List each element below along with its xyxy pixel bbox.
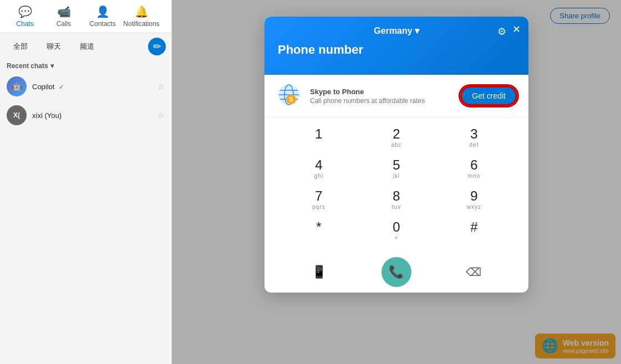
dial-key-8[interactable]: 8 tuv (359, 185, 434, 214)
phone-number-modal: Germany ▾ ⚙ ✕ Phone number S (264, 17, 528, 293)
filter-all[interactable]: 全部 (6, 39, 35, 54)
close-button[interactable]: ✕ (512, 24, 521, 34)
modal-overlay[interactable]: Germany ▾ ⚙ ✕ Phone number S (172, 0, 621, 364)
filter-tabs: 全部 聊天 频道 ✏ (0, 33, 171, 60)
dial-key-7[interactable]: 7 pqrs (281, 185, 357, 214)
country-selector[interactable]: Germany ▾ (374, 25, 419, 36)
get-credit-button[interactable]: Get credit (460, 86, 517, 106)
audio-source-button[interactable]: 📱 (306, 258, 333, 286)
verified-badge-copilot: ✓ (59, 83, 64, 91)
dial-key-5[interactable]: 5 jkl (359, 154, 434, 183)
recent-chats-label: Recent chats (7, 62, 48, 70)
calls-icon: 📹 (57, 5, 71, 18)
modal-title: Phone number (276, 43, 517, 57)
pin-icon-copilot: ☆ (157, 82, 165, 91)
nav-notifications[interactable]: 🔔 Notifications (122, 1, 161, 32)
phone-icon: 📞 (389, 265, 404, 279)
chat-name-xixi: xixi (You) (32, 111, 62, 120)
filter-chat[interactable]: 聊天 (39, 39, 69, 54)
dial-pad: 1 2 abc 3 def 4 ghi (264, 117, 528, 253)
modal-header: Germany ▾ ⚙ ✕ Phone number (264, 17, 528, 75)
compose-button[interactable]: ✏ (148, 38, 166, 55)
contacts-icon: 👤 (96, 5, 110, 18)
dial-key-4[interactable]: 4 ghi (281, 154, 357, 183)
avatar-copilot: 🤖 (7, 76, 27, 96)
dial-grid: 1 2 abc 3 def 4 ghi (281, 123, 512, 245)
dial-bottom: 📱 📞 ⌫ (264, 253, 528, 293)
dial-key-3[interactable]: 3 def (436, 123, 512, 152)
dial-key-hash[interactable]: # (436, 216, 512, 245)
dial-key-star[interactable]: * (281, 216, 357, 245)
dial-key-6[interactable]: 6 mno (436, 154, 512, 183)
recent-chats-section[interactable]: Recent chats ▾ (0, 60, 171, 72)
skype-globe-icon: S (276, 83, 302, 109)
nav-calls[interactable]: 📹 Calls (44, 1, 83, 32)
skype-to-phone-desc: Call phone numbers at affordable rates (310, 97, 452, 105)
chevron-down-icon: ▾ (415, 25, 419, 36)
dial-key-9[interactable]: 9 wxyz (436, 185, 512, 214)
compose-icon: ✏ (153, 40, 161, 53)
dial-key-0[interactable]: 0 + (359, 216, 434, 245)
chat-item-xixi[interactable]: X( xixi (You) ☆ (0, 101, 171, 130)
pin-icon-xixi: ☆ (157, 111, 165, 120)
nav-chats-label: Chats (16, 20, 33, 28)
settings-button[interactable]: ⚙ (497, 25, 506, 38)
call-button[interactable]: 📞 (381, 257, 411, 287)
chat-item-copilot[interactable]: 🤖 Copilot ✓ ☆ (0, 72, 171, 101)
country-label: Germany (374, 26, 412, 36)
svg-text:S: S (289, 96, 293, 102)
audio-source-icon: 📱 (312, 265, 327, 279)
chats-icon: 💬 (18, 5, 32, 18)
nav-notifications-label: Notifications (123, 20, 159, 28)
nav-contacts[interactable]: 👤 Contacts (83, 1, 122, 32)
nav-calls-label: Calls (57, 20, 72, 28)
avatar-xixi: X( (7, 105, 27, 125)
skype-to-phone-title: Skype to Phone (310, 88, 452, 96)
delete-button[interactable]: ⌫ (460, 258, 487, 286)
dial-key-1[interactable]: 1 (281, 123, 357, 152)
skype-to-phone-row: S Skype to Phone Call phone numbers at a… (264, 75, 528, 117)
notifications-icon: 🔔 (135, 5, 149, 18)
nav-chats[interactable]: 💬 Chats (6, 1, 44, 32)
chat-name-copilot: Copilot ✓ (32, 81, 64, 91)
sidebar: 💬 Chats 📹 Calls 👤 Contacts 🔔 Notificatio… (0, 0, 172, 364)
dial-key-2[interactable]: 2 abc (359, 123, 434, 152)
nav-contacts-label: Contacts (89, 20, 115, 28)
top-nav: 💬 Chats 📹 Calls 👤 Contacts 🔔 Notificatio… (0, 0, 171, 33)
main-content: Share profile Welcome! 📱🤖 拨打手机和座机 间的通话始终… (172, 0, 621, 364)
backspace-icon: ⌫ (466, 265, 481, 279)
chevron-down-icon: ▾ (50, 62, 54, 70)
filter-channel[interactable]: 频道 (72, 39, 102, 54)
